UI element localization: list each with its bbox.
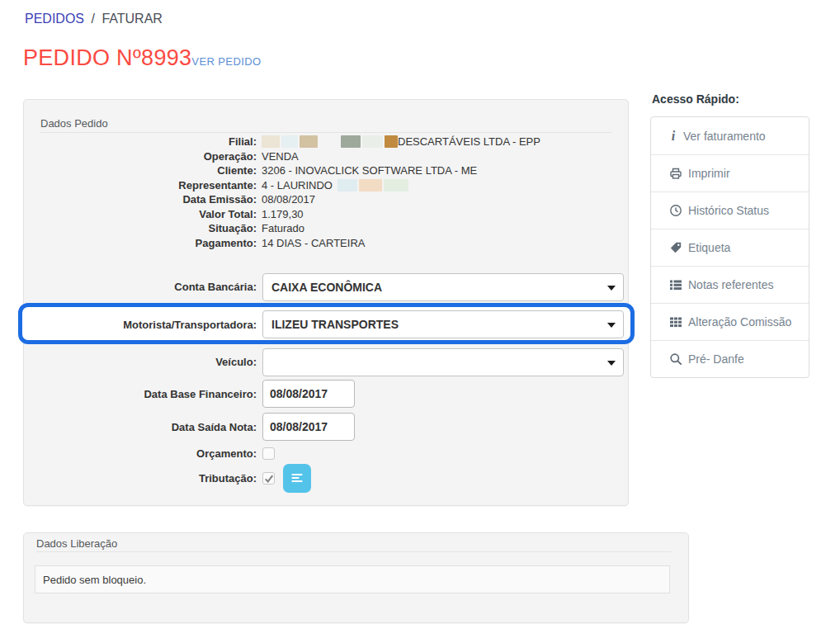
veiculo-select[interactable] — [262, 348, 624, 376]
sidebar-item-label: Etiqueta — [688, 241, 730, 254]
info-row-cliente: Cliente: 3206 - INOVACLICK SOFTWARE LTDA… — [24, 163, 630, 178]
motorista-label: Motorista/Transportadora: — [24, 319, 257, 331]
tag-icon — [669, 241, 682, 254]
info-row-valor-total: Valor Total: 1.179,30 — [24, 207, 630, 222]
valor-total-label: Valor Total: — [24, 207, 257, 222]
redaction-block — [362, 135, 383, 148]
situacao-value: Faturado — [262, 221, 304, 236]
orcamento-row: Orçamento: — [24, 447, 630, 460]
pagamento-value: 14 DIAS - CARTEIRA — [262, 236, 365, 251]
filial-text: DESCARTÁVEIS LTDA - EPP — [398, 135, 540, 148]
quick-access-sidebar: Acesso Rápido: i Ver faturamento Imprimi… — [650, 92, 809, 378]
order-info-block: Filial: DESCARTÁVEIS LTDA - EPP Operação… — [24, 135, 630, 250]
liberation-panel-legend: Dados Liberação — [36, 537, 117, 550]
breadcrumb-pedidos[interactable]: PEDIDOS — [25, 12, 84, 26]
sidebar-item-label: Notas referentes — [688, 278, 774, 291]
search-icon — [669, 352, 682, 366]
redaction-block — [300, 135, 318, 148]
data-saida-label: Data Saída Nota: — [24, 421, 257, 433]
motorista-select[interactable]: ILIZEU TRANSPORTES — [262, 310, 624, 338]
data-emissao-label: Data Emissão: — [24, 192, 257, 207]
redaction-block — [262, 135, 280, 148]
representante-label: Representante: — [24, 178, 257, 193]
info-row-operacao: Operação: VENDA — [24, 149, 630, 164]
page-title: PEDIDO Nº8993 — [23, 45, 191, 71]
tributacao-label: Tributação: — [24, 472, 257, 485]
tributacao-row: Tributação: — [24, 463, 630, 493]
order-panel-rule — [40, 132, 611, 133]
orcamento-checkbox[interactable] — [262, 447, 275, 460]
sidebar-item-ver-faturamento[interactable]: i Ver faturamento — [651, 117, 809, 154]
redaction-block — [337, 179, 357, 191]
chevron-down-icon — [607, 361, 616, 366]
conta-bancaria-label: Conta Bancária: — [24, 281, 257, 293]
conta-bancaria-value: CAIXA ECONÔMICA — [271, 281, 382, 294]
data-base-label: Data Base Financeiro: — [24, 388, 257, 400]
motorista-row: Motorista/Transportadora: ILIZEU TRANSPO… — [24, 310, 630, 338]
info-icon: i — [669, 129, 677, 144]
tributacao-checkbox[interactable] — [262, 472, 275, 485]
sidebar-item-historico-status[interactable]: Histórico Status — [651, 191, 809, 229]
breadcrumb-separator: / — [91, 12, 94, 26]
redaction-block — [341, 135, 361, 148]
sidebar-item-alteracao-comissao[interactable]: Alteração Comissão — [651, 303, 809, 340]
quick-access-list: i Ver faturamento Imprimir — [650, 116, 809, 378]
sidebar-item-etiqueta[interactable]: Etiqueta — [651, 229, 809, 266]
title-row: PEDIDO Nº8993 VER PEDIDO — [23, 45, 262, 71]
printer-icon — [669, 167, 682, 180]
data-base-input[interactable] — [262, 380, 355, 408]
sidebar-item-label: Pré- Danfe — [688, 352, 744, 366]
order-data-panel: Dados Pedido Filial: DESCARTÁVEIS LTDA -… — [23, 99, 629, 506]
sidebar-item-label: Ver faturamento — [683, 130, 766, 143]
sidebar-item-label: Imprimir — [688, 167, 730, 180]
valor-total-value: 1.179,30 — [262, 207, 304, 222]
redaction-block — [384, 179, 408, 191]
operacao-label: Operação: — [24, 149, 257, 164]
faturar-page: PEDIDOS / FATURAR PEDIDO Nº8993 VER PEDI… — [0, 0, 840, 643]
list-icon — [669, 278, 682, 291]
info-row-situacao: Situação: Faturado — [24, 221, 630, 236]
breadcrumb-faturar: FATURAR — [101, 12, 162, 26]
sidebar-item-label: Alteração Comissão — [688, 315, 791, 329]
sidebar-item-label: Histórico Status — [688, 204, 769, 217]
veiculo-label: Veículo: — [24, 356, 257, 368]
ver-pedido-link[interactable]: VER PEDIDO — [191, 55, 261, 71]
breadcrumb: PEDIDOS / FATURAR — [25, 12, 163, 26]
order-panel-legend: Dados Pedido — [40, 117, 108, 130]
orcamento-label: Orçamento: — [24, 447, 257, 460]
grid-icon — [669, 315, 682, 329]
sidebar-item-imprimir[interactable]: Imprimir — [651, 154, 809, 191]
tributacao-details-button[interactable] — [283, 464, 311, 493]
info-row-filial: Filial: DESCARTÁVEIS LTDA - EPP — [24, 135, 630, 149]
sidebar-item-notas-referentes[interactable]: Notas referentes — [651, 266, 809, 303]
data-saida-input[interactable] — [262, 413, 355, 441]
representante-text: 4 - LAURINDO — [262, 179, 333, 191]
data-emissao-value: 08/08/2017 — [262, 192, 315, 207]
veiculo-row: Veículo: — [24, 348, 630, 376]
filial-value: DESCARTÁVEIS LTDA - EPP — [262, 135, 540, 149]
filial-label: Filial: — [24, 135, 257, 149]
sidebar-item-pre-danfe[interactable]: Pré- Danfe — [651, 340, 809, 377]
data-base-row: Data Base Financeiro: — [24, 380, 630, 408]
operacao-value: VENDA — [262, 149, 299, 164]
info-row-representante: Representante: 4 - LAURINDO — [24, 178, 630, 193]
clock-icon — [669, 204, 682, 217]
list-lines-icon — [290, 470, 304, 485]
liberation-data-panel: Dados Liberação Pedido sem bloqueio. — [23, 532, 689, 623]
checkmark-icon — [264, 473, 274, 484]
cliente-value: 3206 - INOVACLICK SOFTWARE LTDA - ME — [262, 163, 477, 178]
motorista-value: ILIZEU TRANSPORTES — [271, 318, 399, 331]
liberation-status-box: Pedido sem bloqueio. — [35, 565, 670, 593]
redaction-block — [359, 179, 382, 191]
quick-access-heading: Acesso Rápido: — [652, 92, 809, 106]
representante-value: 4 - LAURINDO — [262, 178, 410, 193]
pagamento-label: Pagamento: — [24, 236, 257, 251]
conta-bancaria-select[interactable]: CAIXA ECONÔMICA — [262, 273, 624, 301]
conta-bancaria-row: Conta Bancária: CAIXA ECONÔMICA — [24, 272, 630, 301]
info-row-pagamento: Pagamento: 14 DIAS - CARTEIRA — [24, 236, 630, 251]
redaction-block — [281, 135, 298, 148]
liberation-panel-rule — [36, 551, 672, 552]
cliente-label: Cliente: — [24, 163, 257, 178]
liberation-status-message: Pedido sem bloqueio. — [43, 574, 146, 586]
data-saida-row: Data Saída Nota: — [24, 413, 630, 441]
